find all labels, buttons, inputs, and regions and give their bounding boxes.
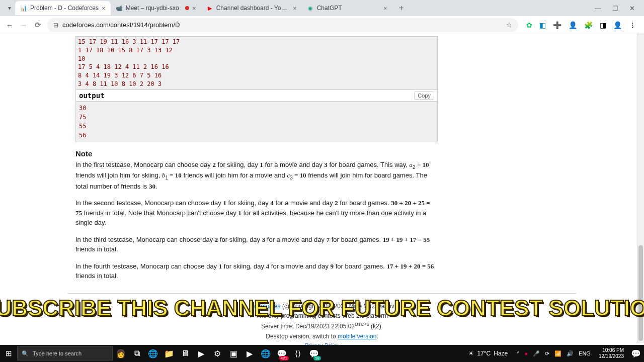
wifi-icon[interactable]: 📶 [554,350,561,357]
whatsapp-icon[interactable]: 💬18 [306,345,322,361]
tabs-dropdown[interactable]: ▾ [4,5,15,12]
favicon-cf: 📊 [20,5,27,12]
reload-button[interactable]: ⟳ [33,21,42,30]
weather-widget[interactable]: ☀ 17°C Haze [463,350,513,357]
obs-icon[interactable]: ⚙ [209,345,225,361]
ext-icon[interactable]: 👤 [569,21,577,29]
tab-youtube[interactable]: ▶ Channel dashboard - YouTube × [201,1,302,15]
menu-icon[interactable]: ⋮ [629,21,636,29]
ide-icon[interactable]: ▣ [225,345,242,361]
tab-title: Problem - D - Codeforces [30,5,99,12]
tab-meet[interactable]: 📹 Meet – rqu-ydbi-sxo × [111,1,201,15]
filmora-icon[interactable]: ▶ [242,345,258,361]
note-para-3: In the third testcase, Monocarp can choo… [75,235,438,254]
taskview-icon[interactable]: ⧉ [129,345,145,361]
tab-codeforces[interactable]: 📊 Problem - D - Codeforces × [15,1,111,15]
favicon-yt: ▶ [206,5,213,12]
window-controls: — ☐ ✕ [595,5,644,12]
tab-title: ChatGPT [317,5,380,12]
search-placeholder: Type here to search [33,350,82,356]
skype-icon[interactable]: 💬421 [274,345,290,361]
close-icon[interactable]: × [383,5,387,12]
url-text: codeforces.com/contest/1914/problem/D [62,21,180,29]
tab-chatgpt[interactable]: ◉ ChatGPT × [302,1,392,15]
rec-tray-icon[interactable]: ● [524,350,528,356]
tab-title: Channel dashboard - YouTube [216,5,290,12]
back-button[interactable]: ← [5,21,14,29]
new-tab-button[interactable]: + [395,2,408,14]
favicon-gpt: ◉ [307,5,314,12]
system-tray[interactable]: ^ ● 🎤 ⟳ 📶 🔊 ENG [513,350,595,357]
note-para-1: In the first testcase, Monocarp can choo… [75,160,438,192]
winapp-icon[interactable]: 🖥 [177,345,193,361]
ext-icon[interactable]: ◧ [539,21,546,29]
note-para-4: In the fourth testcase, Monocarp can cho… [75,261,438,281]
site-info-icon[interactable]: ⊟ [53,22,58,29]
cortana-icon[interactable]: 👩 [113,345,129,361]
close-icon[interactable]: × [293,5,297,12]
output-label: output [79,92,105,100]
taskbar-search[interactable]: 🔍 Type here to search [17,346,113,360]
mic-icon[interactable]: 🎤 [533,350,540,357]
explorer-icon[interactable]: 📁 [161,345,177,361]
close-window-button[interactable]: ✕ [629,5,635,12]
ext-icon[interactable]: ➕ [553,21,561,29]
note-heading: Note [75,149,569,158]
chrome2-icon[interactable]: 🌐 [258,345,274,361]
start-button[interactable]: ⊞ [0,345,17,362]
updates-icon[interactable]: ⟳ [545,350,549,357]
forward-button[interactable]: → [19,21,28,29]
close-icon[interactable]: × [192,5,196,12]
extensions: ✿ ◧ ➕ 👤 🧩 ◨ 👤 ⋮ [523,21,639,29]
note-para-2: In the second testcase, Monocarp can cho… [75,198,438,228]
extensions-icon[interactable]: 🧩 [584,21,593,29]
subscribe-banner: SUBSCRIBE THIS CHANNEL FOR FUTURE CONTES… [0,296,644,321]
bookmark-icon[interactable]: ☆ [506,21,512,29]
minimize-button[interactable]: — [595,5,601,12]
browser-toolbar: ← → ⟳ ⊟ codeforces.com/contest/1914/prob… [0,16,644,34]
close-icon[interactable]: × [102,5,106,12]
weather-icon: ☀ [468,350,474,357]
output-code: 30 75 55 56 [75,102,438,142]
tab-title: Meet – rqu-ydbi-sxo [126,5,182,12]
record-icon [185,6,189,10]
separator [68,293,576,294]
chrome-icon[interactable]: 🌐 [145,345,161,361]
search-icon: 🔍 [22,350,29,357]
notifications-icon[interactable]: 💬 [628,345,644,361]
tab-strip: ▾ 📊 Problem - D - Codeforces × 📹 Meet – … [0,0,644,16]
address-bar[interactable]: ⊟ codeforces.com/contest/1914/problem/D … [47,18,518,32]
mobile-link[interactable]: mobile version [338,333,376,340]
lang-indicator[interactable]: ENG [579,350,591,356]
scroll-thumb[interactable] [638,245,643,341]
chevron-up-icon[interactable]: ^ [517,350,519,356]
input-code: 15 17 19 11 16 3 11 17 17 17 1 17 18 10 … [75,36,438,90]
ext-icon[interactable]: ✿ [526,21,532,29]
profile-icon[interactable]: 👤 [613,21,622,29]
sidepanel-icon[interactable]: ◨ [600,21,606,29]
volume-icon[interactable]: 🔊 [567,350,574,357]
yt-icon[interactable]: ▶ [193,345,209,361]
favicon-meet: 📹 [116,5,123,12]
output-header: output Copy [75,90,438,102]
vscode-icon[interactable]: ⟨⟩ [290,345,306,361]
clock[interactable]: 10:06 PM 12/19/2023 [595,347,628,359]
maximize-button[interactable]: ☐ [612,5,618,12]
taskbar: ⊞ 🔍 Type here to search 👩 ⧉ 🌐 📁 🖥 ▶ ⚙ ▣ … [0,345,644,362]
copy-button[interactable]: Copy [414,92,434,100]
